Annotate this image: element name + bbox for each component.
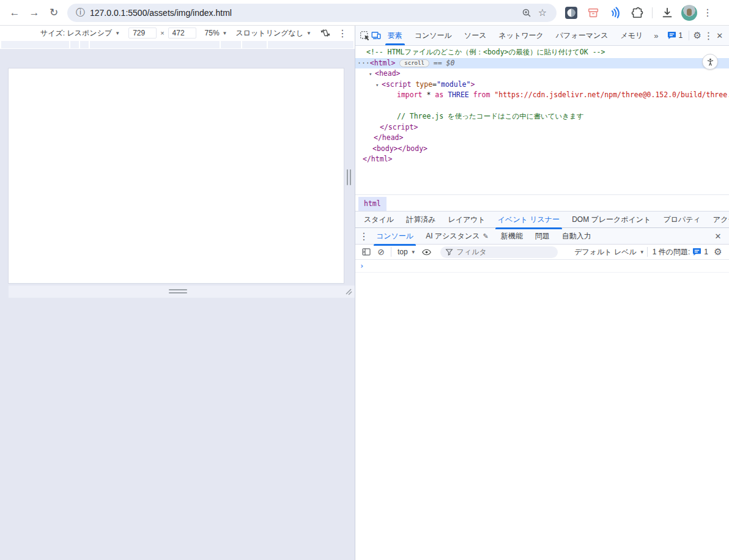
contrast-extension-icon[interactable] xyxy=(562,4,580,22)
forward-icon[interactable]: → xyxy=(26,4,43,21)
code-line[interactable]: // Three.js を使ったコードはこの中に書いていきます xyxy=(355,111,729,122)
viewport-height-resize-handle[interactable] xyxy=(169,289,187,293)
more-tabs-icon[interactable]: » xyxy=(649,31,663,40)
level-label: デフォルト レベル xyxy=(574,247,637,257)
code-line[interactable]: </html> xyxy=(355,154,729,165)
zoom-level-label: 75% xyxy=(205,29,220,37)
browser-toolbar: ← → ↻ ⓘ 127.0.0.1:5500/assets/img/index.… xyxy=(0,0,729,26)
tab-sources-label: ソース xyxy=(464,31,487,41)
viewport-height-input[interactable] xyxy=(168,28,196,39)
chevron-down-icon: ▼ xyxy=(223,31,228,36)
zoom-select[interactable]: 75% ▼ xyxy=(205,29,228,37)
url-text[interactable]: 127.0.0.1:5500/assets/img/index.html xyxy=(90,8,519,18)
downloads-icon[interactable] xyxy=(658,4,676,22)
code-line[interactable]: </script> xyxy=(355,122,729,133)
console-issues-counter[interactable]: 1 件の問題: 1 xyxy=(653,247,708,257)
drawer-close-icon[interactable]: ✕ xyxy=(709,228,727,244)
tab-accessibility-label: アクセシビリティ xyxy=(713,215,729,225)
log-level-select[interactable]: デフォルト レベル ▼ xyxy=(574,247,645,257)
drawer-tab-ai-assistance[interactable]: AI アシスタンス✎ xyxy=(420,226,495,246)
emulated-page-canvas[interactable] xyxy=(9,68,344,283)
code-line[interactable]: ···<html>scroll == $0 xyxy=(355,58,729,69)
drawer-tab-issues[interactable]: 問題 xyxy=(529,226,556,246)
tab-console-label: コンソール xyxy=(415,31,452,41)
tab-console[interactable]: コンソール xyxy=(409,26,458,45)
tab-memory[interactable]: メモリ xyxy=(615,26,649,45)
console-prompt-row[interactable]: › xyxy=(355,260,729,273)
drawer-tab-console[interactable]: コンソール xyxy=(370,226,420,246)
elements-sidebar-tabs: スタイル計算済みレイアウトイベント リスナーDOM ブレークポイントプロパティア… xyxy=(355,211,729,227)
devtools-menu-icon[interactable]: ⋮ xyxy=(703,28,714,43)
console-toolbar-separator xyxy=(391,247,391,257)
tab-elements[interactable]: 要素 xyxy=(382,26,409,45)
issues-counter[interactable]: 1 xyxy=(667,31,683,40)
extensions-puzzle-icon[interactable] xyxy=(628,4,646,22)
console-filter-input[interactable] xyxy=(457,248,542,256)
elements-breadcrumb-bar: html xyxy=(355,194,729,211)
tab-properties-label: プロパティ xyxy=(663,215,700,225)
code-line[interactable]: ▾<script type="module"> xyxy=(355,79,729,90)
tab-accessibility[interactable]: アクセシビリティ xyxy=(707,210,729,229)
viewport-width-resize-handle[interactable] xyxy=(347,169,352,185)
drawer-tab-whats-new[interactable]: 新機能 xyxy=(495,226,529,246)
code-line[interactable]: <!-- HTMLファイルのどこか（例：<body>の最後）に貼り付けてOK -… xyxy=(355,47,729,58)
toolbar-separator xyxy=(652,7,653,18)
accessibility-icon[interactable] xyxy=(702,54,718,70)
drawer-tab-whats-new-label: 新機能 xyxy=(501,231,523,241)
breadcrumb-html[interactable]: html xyxy=(358,197,387,211)
tab-performance[interactable]: パフォーマンス xyxy=(550,26,615,45)
tab-elements-label: 要素 xyxy=(388,31,402,41)
console-filter[interactable] xyxy=(440,246,558,258)
tab-network-label: ネットワーク xyxy=(498,31,543,41)
tab-sources[interactable]: ソース xyxy=(458,26,493,45)
toggle-device-toolbar-icon[interactable] xyxy=(370,28,381,43)
tab-network[interactable]: ネットワーク xyxy=(492,26,549,45)
times-label: × xyxy=(160,29,164,37)
devtools-tabbar: 要素コンソールソースネットワークパフォーマンスメモリ » 1 ⚙ ⋮ ✕ xyxy=(355,26,729,46)
drawer-tab-autofill-label: 自動入力 xyxy=(562,231,591,241)
code-line[interactable]: </head> xyxy=(355,133,729,144)
drawer-menu-icon[interactable]: ⋮ xyxy=(358,228,370,244)
device-type-select[interactable]: サイズ: レスポンシブ ▼ xyxy=(40,28,120,39)
execution-context-select[interactable]: top ▼ xyxy=(394,248,420,256)
tab-layout-label: レイアウト xyxy=(448,215,485,225)
tab-computed-label: 計算済み xyxy=(406,215,435,225)
reload-icon[interactable]: ↻ xyxy=(45,4,62,21)
clear-console-icon[interactable]: ⊘ xyxy=(374,245,388,259)
code-line[interactable]: ▾<head> xyxy=(355,68,729,79)
viewport-corner-resize-handle[interactable] xyxy=(344,287,352,298)
drawer-tab-console-label: コンソール xyxy=(376,231,413,241)
browser-menu-icon[interactable]: ⋮ xyxy=(700,7,715,18)
rotate-device-icon[interactable] xyxy=(320,28,331,39)
address-bar[interactable]: ⓘ 127.0.0.1:5500/assets/img/index.html ☆ xyxy=(67,4,557,22)
viewport-background xyxy=(0,49,355,560)
tab-properties[interactable]: プロパティ xyxy=(657,210,706,229)
console-messages: › xyxy=(355,260,729,560)
drawer-tab-ai-assistance-label: AI アシスタンス xyxy=(426,231,479,241)
elements-code: <!-- HTMLファイルのどこか（例：<body>の最後）に貼り付けてOK -… xyxy=(355,47,729,165)
code-line[interactable] xyxy=(355,101,729,112)
bookmark-star-icon[interactable]: ☆ xyxy=(535,5,550,21)
site-info-icon[interactable]: ⓘ xyxy=(76,7,85,18)
issues-bubble-icon xyxy=(667,31,676,40)
wireless-extension-icon[interactable] xyxy=(606,4,624,22)
code-line[interactable]: import * as THREE from "https://cdn.jsde… xyxy=(355,90,729,101)
device-toolbar-menu-icon[interactable]: ⋮ xyxy=(335,28,350,39)
devtools-settings-icon[interactable]: ⚙ xyxy=(692,28,703,43)
profile-avatar[interactable] xyxy=(681,5,697,21)
inspect-element-icon[interactable] xyxy=(359,28,370,43)
devtools-close-icon[interactable]: ✕ xyxy=(714,28,725,43)
disclosure-arrow-icon: ▾ xyxy=(376,80,382,91)
live-expression-eye-icon[interactable] xyxy=(420,245,434,259)
console-settings-icon[interactable]: ⚙ xyxy=(711,245,725,259)
code-line[interactable]: <body></body> xyxy=(355,144,729,155)
drawer-tabs: コンソールAI アシスタンス✎新機能問題自動入力 xyxy=(370,228,598,244)
back-icon[interactable]: ← xyxy=(6,4,23,21)
viewport-width-input[interactable] xyxy=(128,28,157,39)
zoom-page-icon[interactable] xyxy=(519,5,535,21)
throttling-select[interactable]: スロットリングなし ▼ xyxy=(236,28,311,39)
drawer-tab-autofill[interactable]: 自動入力 xyxy=(556,226,598,246)
console-sidebar-toggle-icon[interactable] xyxy=(359,245,374,259)
tab-event-listeners-label: イベント リスナー xyxy=(498,215,560,225)
archive-extension-icon[interactable] xyxy=(584,4,602,22)
